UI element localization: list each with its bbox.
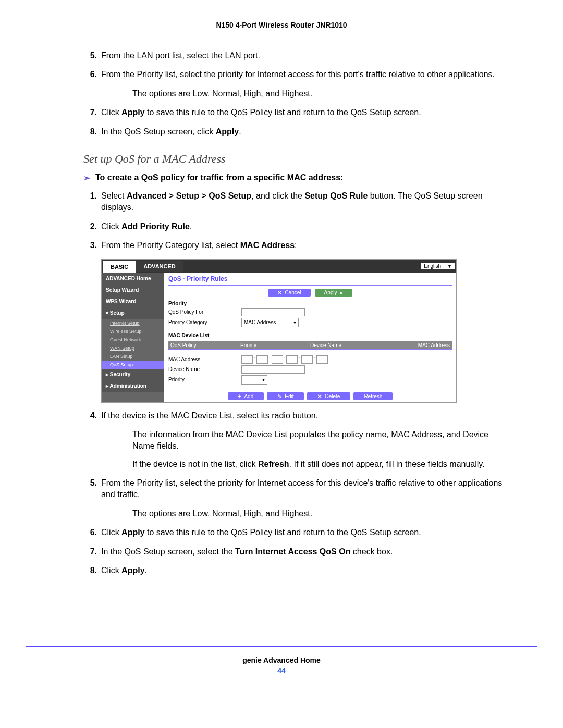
sidebar-internet-setup[interactable]: Internet Setup [102,319,164,327]
mac-address-label: MAC Address [168,356,241,362]
sidebar-wireless-setup[interactable]: Wireless Setup [102,327,164,336]
step-b2: 2.Click Add Priority Rule. [83,221,511,232]
plus-icon: + [238,393,241,399]
policy-for-label: QoS Policy For [168,309,241,315]
panel-title: QoS - Priority Rules [168,275,452,282]
sidebar-wan-setup[interactable]: WAN Setup [102,344,164,352]
priority-category-select[interactable]: MAC Address▾ [241,318,299,327]
priority-heading: Priority [168,301,452,306]
step-6-note: The options are Low, Normal, High, and H… [132,88,511,100]
step-c4: 4.If the device is the MAC Device List, … [83,410,511,422]
main-panel: QoS - Priority Rules ✕Cancel Apply▸ Prio… [164,273,456,402]
chevron-down-icon: ▾ [262,377,265,382]
chevron-down-icon: ▾ [293,319,296,325]
step-c5: 5.From the Priority list, select the pri… [83,477,511,501]
delete-button[interactable]: ✕Delete [307,392,350,400]
sidebar: ADVANCED Home Setup Wizard WPS Wizard ▾ … [102,273,164,402]
step-c7: 7.In the QoS Setup screen, select the Tu… [83,546,511,558]
add-button[interactable]: +Add [228,392,264,400]
step-c4a: The information from the MAC Device List… [132,429,511,452]
sidebar-guest-network[interactable]: Guest Network [102,336,164,344]
action-buttons: ✕Cancel Apply▸ [168,289,452,297]
arrow-icon: ▸ [340,290,343,295]
device-name-label: Device Name [168,366,241,372]
section-heading: Set up QoS for a MAC Address [83,152,511,166]
list-buttons: +Add ✎Edit ✕Delete Refresh [168,390,452,400]
sidebar-administration[interactable]: ▸ Administration [102,380,164,392]
sidebar-setup-wizard[interactable]: Setup Wizard [102,285,164,296]
triangle-icon: ➢ [83,173,90,183]
step-c6: 6.Click Apply to save this rule to the Q… [83,527,511,538]
mac-device-list-title: MAC Device List [168,332,452,338]
page-number: 44 [26,667,537,675]
step-c4b: If the device is not in the list, click … [132,459,511,470]
priority-label: Priority [168,377,241,382]
cancel-button[interactable]: ✕Cancel [268,289,310,297]
page-header: N150 4-Port Wireless Router JNR1010 [52,21,511,29]
step-b1: 1.Select Advanced > Setup > QoS Setup, a… [83,190,511,214]
step-list-c: 4.If the device is the MAC Device List, … [83,410,511,577]
priority-category-label: Priority Category [168,319,241,325]
tab-bar: BASIC ADVANCED English▼ [102,260,456,273]
step-c8: 8.Click Apply. [83,565,511,576]
refresh-button[interactable]: Refresh [353,392,393,400]
procedure-lead: ➢To create a QoS policy for traffic from… [83,173,511,183]
edit-button[interactable]: ✎Edit [267,392,304,400]
sidebar-lan-setup[interactable]: LAN Setup [102,352,164,361]
policy-for-input[interactable] [241,308,305,316]
language-select[interactable]: English▼ [421,263,455,269]
step-7: 7.Click Apply to save this rule to the Q… [83,107,511,118]
pencil-icon: ✎ [277,393,282,399]
page-footer: genie Advanced Home 44 [26,646,537,675]
priority-select[interactable]: ▾ [241,375,267,385]
tab-basic[interactable]: BASIC [103,261,136,273]
step-8: 8.In the QoS Setup screen, click Apply. [83,126,511,138]
router-screenshot: BASIC ADVANCED English▼ ADVANCED Home Se… [101,259,457,403]
step-b3: 3.From the Priority Category list, selec… [83,240,511,251]
close-icon: ✕ [277,290,282,295]
sidebar-adv-home[interactable]: ADVANCED Home [102,273,164,285]
table-header: QoS Policy Priority Device Name MAC Addr… [168,341,452,349]
sidebar-security[interactable]: ▸ Security [102,369,164,380]
footer-title: genie Advanced Home [26,656,537,664]
mac-address-input[interactable]: : : : : : [241,355,328,364]
priority-form: Priority QoS Policy For Priority Categor… [168,301,452,400]
apply-button[interactable]: Apply▸ [315,289,352,297]
step-c5a: The options are Low, Normal, High, and H… [132,508,511,520]
step-5: 5.From the LAN port list, select the LAN… [83,50,511,61]
step-6: 6.From the Priority list, select the pri… [83,69,511,80]
sidebar-qos-setup[interactable]: QoS Setup [102,361,164,369]
sidebar-setup[interactable]: ▾ Setup [102,307,164,319]
device-name-input[interactable] [241,365,305,374]
close-icon: ✕ [317,393,322,399]
sidebar-wps-wizard[interactable]: WPS Wizard [102,296,164,307]
chevron-down-icon: ▼ [447,264,452,269]
step-list-a: 5.From the LAN port list, select the LAN… [83,50,511,138]
tab-advanced[interactable]: ADVANCED [136,261,183,272]
step-list-b: 1.Select Advanced > Setup > QoS Setup, a… [83,190,511,252]
